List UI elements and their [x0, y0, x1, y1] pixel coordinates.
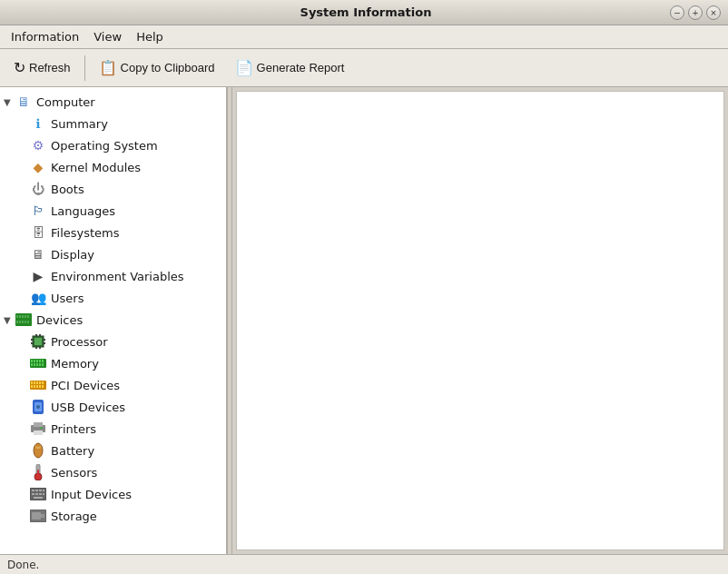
tree-item-boots[interactable]: ⏻ Boots — [0, 178, 226, 200]
svg-rect-47 — [34, 422, 43, 427]
processor-icon — [29, 332, 47, 351]
svg-point-45 — [36, 405, 40, 409]
sensors-label: Sensors — [51, 466, 97, 480]
tree-item-input-devices[interactable]: Input Devices — [0, 483, 226, 505]
close-button[interactable]: × — [706, 5, 721, 20]
svg-rect-36 — [39, 381, 41, 384]
tree: ▼ 🖥 Computer ℹ Summary ⚙ Operating Syste… — [0, 87, 226, 530]
svg-rect-15 — [44, 339, 45, 341]
tree-item-languages[interactable]: 🏳 Languages — [0, 200, 226, 222]
memory-icon — [29, 354, 47, 372]
tree-item-processor[interactable]: Processor — [0, 331, 226, 352]
summary-label: Summary — [51, 117, 108, 131]
svg-rect-65 — [34, 497, 43, 499]
svg-rect-9 — [25, 321, 26, 323]
minimize-button[interactable]: − — [670, 5, 684, 20]
display-icon: 🖥 — [29, 245, 47, 263]
menubar: Information View Help — [0, 25, 728, 49]
menu-help[interactable]: Help — [129, 28, 171, 45]
svg-rect-26 — [42, 360, 44, 362]
window-title: System Information — [62, 5, 670, 19]
svg-rect-64 — [43, 493, 44, 495]
svg-rect-39 — [34, 385, 35, 388]
svg-rect-13 — [31, 339, 33, 341]
storage-icon — [29, 507, 47, 525]
svg-rect-40 — [36, 385, 38, 388]
users-icon: 👥 — [29, 289, 47, 307]
sensors-icon — [29, 463, 47, 481]
menu-view[interactable]: View — [86, 28, 129, 45]
tree-item-environment-variables[interactable]: ▶ Environment Variables — [0, 265, 226, 287]
svg-rect-23 — [34, 360, 35, 362]
tree-item-sensors[interactable]: Sensors — [0, 461, 226, 483]
tree-item-summary[interactable]: ℹ Summary — [0, 113, 226, 134]
svg-rect-24 — [36, 360, 38, 362]
svg-rect-4 — [25, 315, 26, 318]
filesystems-icon: 🗄 — [29, 223, 47, 242]
svg-rect-6 — [16, 321, 18, 323]
tree-item-display[interactable]: 🖥 Display — [0, 243, 226, 265]
svg-rect-16 — [44, 342, 45, 344]
splitter[interactable] — [227, 87, 232, 554]
tree-item-users[interactable]: 👥 Users — [0, 287, 226, 309]
report-icon: 📄 — [235, 59, 253, 76]
svg-rect-52 — [36, 444, 40, 447]
window-controls: − + × — [670, 5, 721, 20]
svg-rect-20 — [39, 347, 41, 349]
svg-rect-67 — [32, 512, 41, 520]
tree-item-kernel-modules[interactable]: ◆ Kernel Modules — [0, 156, 226, 178]
clipboard-button[interactable]: 📋 Copy to Clipboard — [91, 54, 223, 81]
svg-rect-19 — [35, 347, 37, 349]
svg-rect-33 — [31, 381, 33, 384]
svg-rect-55 — [37, 470, 39, 477]
refresh-label: Refresh — [29, 61, 71, 74]
memory-label: Memory — [51, 357, 99, 371]
tree-item-memory[interactable]: Memory — [0, 352, 226, 374]
svg-rect-30 — [39, 363, 41, 366]
tree-item-filesystems[interactable]: 🗄 Filesystems — [0, 222, 226, 243]
svg-rect-49 — [40, 427, 43, 429]
usb-icon — [29, 398, 47, 416]
refresh-button[interactable]: ↻ Refresh — [5, 54, 79, 81]
tree-item-computer[interactable]: ▼ 🖥 Computer — [0, 91, 226, 113]
tree-item-operating-system[interactable]: ⚙ Operating System — [0, 134, 226, 156]
tree-item-battery[interactable]: Battery — [0, 440, 226, 461]
statusbar: Done. — [0, 554, 728, 574]
svg-rect-22 — [31, 360, 33, 362]
svg-rect-18 — [39, 334, 41, 336]
svg-rect-31 — [42, 363, 44, 366]
boots-icon: ⏻ — [29, 180, 47, 198]
battery-icon — [29, 441, 47, 460]
svg-rect-10 — [27, 321, 29, 323]
tree-item-storage[interactable]: Storage — [0, 505, 226, 527]
os-icon: ⚙ — [29, 136, 47, 154]
generate-report-button[interactable]: 📄 Generate Report — [227, 54, 353, 81]
svg-rect-59 — [39, 490, 42, 491]
languages-label: Languages — [51, 204, 115, 218]
printers-icon — [29, 420, 47, 438]
toolbar: ↻ Refresh 📋 Copy to Clipboard 📄 Generate… — [0, 49, 728, 87]
svg-rect-62 — [35, 493, 38, 495]
tree-item-pci-devices[interactable]: PCI Devices — [0, 374, 226, 396]
battery-label: Battery — [51, 444, 94, 458]
tree-item-devices[interactable]: ▼ Devices — [0, 309, 226, 331]
toolbar-separator-1 — [84, 55, 85, 81]
titlebar: System Information − + × — [0, 0, 728, 25]
svg-rect-34 — [34, 381, 35, 384]
envvars-label: Environment Variables — [51, 270, 184, 283]
maximize-button[interactable]: + — [688, 5, 703, 20]
printers-label: Printers — [51, 422, 96, 436]
summary-icon: ℹ — [29, 114, 47, 133]
pci-label: PCI Devices — [51, 379, 120, 392]
kernel-label: Kernel Modules — [51, 161, 141, 174]
tree-item-usb-devices[interactable]: USB Devices — [0, 396, 226, 418]
svg-rect-7 — [19, 321, 21, 323]
tree-item-printers[interactable]: Printers — [0, 418, 226, 440]
devices-icon — [15, 311, 33, 329]
svg-rect-58 — [35, 490, 38, 491]
svg-rect-37 — [42, 381, 44, 384]
menu-information[interactable]: Information — [4, 28, 86, 45]
svg-rect-5 — [27, 315, 29, 318]
svg-rect-28 — [34, 363, 35, 366]
clipboard-label: Copy to Clipboard — [121, 61, 215, 74]
